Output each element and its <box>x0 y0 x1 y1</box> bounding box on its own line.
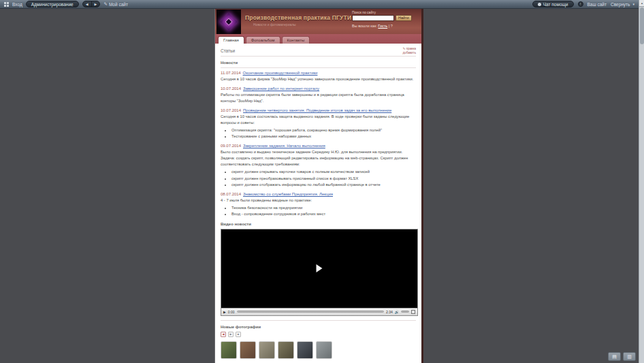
help-chat-button[interactable]: Чат помощи <box>532 1 574 7</box>
news-date: 10.07.2014 <box>221 86 241 91</box>
news-title-link[interactable]: Окончание производственной практики <box>243 71 318 75</box>
photo-thumbnail[interactable] <box>221 341 237 359</box>
search-label: Поиск по сайту <box>352 10 417 14</box>
news-paragraph: Было составлено и выдано техническое зад… <box>221 149 416 168</box>
news-item: 10.07.2014Завершение работ по интернет-п… <box>221 86 416 104</box>
news-bullet: Тестирование с разными наборами данных <box>231 133 416 140</box>
news-paragraph: 4 - 7 июля были проведены вводные по пра… <box>221 198 416 204</box>
my-site-menu-item[interactable]: ✎ Мой сайт <box>103 1 127 7</box>
help-chat-label: Чат помощи <box>543 2 568 7</box>
collapse-label: Свернуть <box>611 2 630 7</box>
site-title: Производственная практика ПГУТИ <box>245 14 351 21</box>
admin-bar-left-group: Вход Администрирование ◀ ▶ ✎ Мой сайт <box>4 1 529 7</box>
monitor-icon[interactable]: ▤ <box>608 352 621 361</box>
search-button[interactable]: Найти <box>396 15 412 21</box>
duration: 2:34 <box>386 310 393 314</box>
page-title: Статьи <box>221 48 416 53</box>
site-logo[interactable] <box>216 10 241 34</box>
admin-bar-right-group: Чат помощи ! Ваш сайт Свернуть ▾ <box>532 1 634 7</box>
news-date: 10.07.2014 <box>221 108 241 112</box>
guest-link[interactable]: Гость <box>378 24 387 28</box>
video-section-title: Видео новости <box>221 222 416 226</box>
news-head: 08.07.2014Знакомство со службами Предпри… <box>221 192 416 196</box>
divider <box>221 67 416 68</box>
page-head: Статьи ✎ правка добавить <box>221 47 416 57</box>
news-bullet: скрипт должен открывать карточки товаров… <box>231 169 416 175</box>
photo-thumbnail[interactable] <box>316 341 332 359</box>
news-bullet: Техника безопасности на предприятии <box>231 205 416 211</box>
news-date: 11.07.2014 <box>221 71 241 75</box>
notification-icon[interactable]: ! <box>578 1 583 7</box>
photo-nav: ◀ ▶ ■ <box>221 332 416 337</box>
scroll-up-icon[interactable]: ▲ <box>639 0 644 7</box>
site-tab-bar: Главная Фотоальбом Контакты <box>215 34 421 44</box>
play-button-icon[interactable]: ▶ <box>223 310 226 314</box>
header-right-block: Поиск по сайту Найти Вы вошли как: Гость… <box>352 10 417 28</box>
news-item: 10.07.2014Проведение четвертого занятия.… <box>221 108 416 140</box>
news-head: 11.07.2014Окончание производственной пра… <box>221 71 416 75</box>
volume-icon[interactable]: 🔊 <box>395 310 399 314</box>
page-nav-arrows: ◀ ▶ <box>82 1 101 7</box>
back-arrow-icon[interactable]: ◀ <box>83 1 91 7</box>
volume-slider[interactable] <box>401 311 409 313</box>
tab-photoalbum[interactable]: Фотоальбом <box>246 36 280 44</box>
fullscreen-icon[interactable] <box>411 310 415 314</box>
search-input[interactable] <box>352 15 394 21</box>
administration-button[interactable]: Администрирование <box>26 1 79 7</box>
photos-next-icon[interactable]: ▶ <box>228 332 234 337</box>
add-link[interactable]: добавить <box>403 51 416 55</box>
news-title-link[interactable]: Завершение работ по интернет-порталу <box>243 86 319 91</box>
photo-thumbnail[interactable] <box>240 341 256 359</box>
forward-arrow-icon[interactable]: ▶ <box>91 1 100 7</box>
divider <box>221 320 416 321</box>
news-date: 08.07.2014 <box>221 192 241 196</box>
news-paragraph: Работы по оптимизации скрипта были завер… <box>221 92 416 104</box>
edit-links: ✎ правка добавить <box>403 47 416 55</box>
video-screen[interactable] <box>221 230 417 308</box>
photos-section-title: Новые фотографии <box>221 325 416 329</box>
pencil-icon: ✎ <box>103 1 107 7</box>
play-icon[interactable] <box>317 264 323 272</box>
scrollbar-thumb[interactable] <box>640 7 644 44</box>
photo-thumbnail[interactable] <box>297 341 313 359</box>
news-bullet: Вход - сопровождение сотрудников и рабоч… <box>231 211 416 217</box>
corner-buttons: ▤ ▥ <box>608 352 636 361</box>
panel-icon[interactable]: ▥ <box>623 352 636 361</box>
login-suffix: | ? <box>387 24 393 28</box>
login-prefix: Вы вошли как: <box>352 24 377 28</box>
news-date: 09.07.2014 <box>221 144 241 148</box>
video-controls: ▶ 0:00 2:34 🔊 <box>221 308 417 315</box>
tab-home[interactable]: Главная <box>218 36 244 44</box>
tab-contacts[interactable]: Контакты <box>282 36 310 44</box>
login-menu-item[interactable]: Вход <box>12 2 22 7</box>
news-bullet: скрипт должен отображать информацию по л… <box>231 182 416 188</box>
photo-thumbnail[interactable] <box>278 341 294 359</box>
page-content: Статьи ✎ правка добавить Новости 11.07.2… <box>215 44 421 362</box>
status-dot-icon <box>538 3 541 6</box>
news-bullet: скрипт должен преобразовывать присланный… <box>231 176 416 182</box>
news-paragraph: Сегодня в 10 часов состоялась защита выд… <box>221 114 416 126</box>
grid-menu-icon[interactable] <box>4 2 9 7</box>
your-site-menu-item[interactable]: Ваш сайт <box>587 2 607 7</box>
news-title-link[interactable]: Закрепление задания. Начало выполнения <box>243 144 325 148</box>
search-row: Найти <box>352 15 417 21</box>
video-player: ▶ 0:00 2:34 🔊 <box>221 229 418 316</box>
browser-scrollbar[interactable]: ▲ <box>639 0 644 363</box>
edit-link[interactable]: ✎ правка <box>403 47 416 51</box>
photo-thumbnails <box>221 341 416 359</box>
news-bullet-list: Техника безопасности на предприятииВход … <box>231 205 416 218</box>
photos-prev-icon[interactable]: ◀ <box>221 332 226 337</box>
login-status-line: Вы вошли как: Гость | ? <box>352 24 417 28</box>
photos-stop-icon[interactable]: ■ <box>236 332 241 337</box>
chevron-down-icon: ▾ <box>632 2 634 6</box>
news-head: 09.07.2014Закрепление задания. Начало вы… <box>221 144 416 148</box>
seek-bar[interactable] <box>237 311 384 313</box>
site-header: Производственная практика ПГУТИ Новости … <box>215 9 421 34</box>
news-paragraph: Сегодня в 10 часов фирма "ЗооМир Над" ус… <box>221 76 416 82</box>
photo-thumbnail[interactable] <box>259 341 275 359</box>
news-title-link[interactable]: Знакомство со службами Предприятия. Лекц… <box>243 192 333 196</box>
news-section-title: Новости <box>221 61 416 65</box>
news-title-link[interactable]: Проведение четвертого занятия. Подведени… <box>243 108 391 112</box>
news-item: 08.07.2014Знакомство со службами Предпри… <box>221 192 416 218</box>
collapse-dropdown[interactable]: Свернуть ▾ <box>611 2 634 7</box>
